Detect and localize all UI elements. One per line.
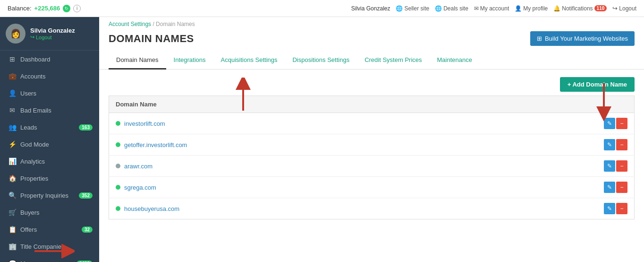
tab-domain-names[interactable]: Domain Names [109, 52, 166, 70]
logout-icon [612, 5, 618, 12]
edit-button[interactable]: ✎ [604, 182, 615, 193]
nav-menu: ⊞ Dashboard 💼 Accounts 👤 Users ✉ Bad Ema… [0, 51, 99, 262]
tab-integrations[interactable]: Integrations [166, 52, 213, 70]
nav-icon-bad-emails: ✉ [8, 106, 17, 114]
domain-link[interactable]: arawr.com [124, 163, 153, 170]
sidebar-item-properties[interactable]: 🏠 Properties [0, 170, 99, 187]
edit-button[interactable]: ✎ [604, 160, 615, 172]
notifications-link[interactable]: Notifications 110 [553, 5, 607, 12]
sidebar-item-accounts[interactable]: 💼 Accounts [0, 68, 99, 85]
top-nav: Silvia Gonzalez Seller site Deals site ✉… [351, 5, 636, 12]
domain-table: Domain Name investorlift.com ✎ − getoffe… [109, 96, 635, 219]
add-domain-button[interactable]: + Add Domain Name [560, 77, 635, 92]
tab-acquisitions-settings[interactable]: Acquisitions Settings [213, 52, 285, 70]
top-bar: Balance: +225,686 ↻ i Silvia Gonzalez Se… [0, 0, 644, 17]
sidebar-item-title-companies[interactable]: 🏢 Title Companies [0, 238, 99, 255]
sidebar-item-god-mode[interactable]: ⚡ God Mode [0, 136, 99, 153]
deals-site-link[interactable]: Deals site [435, 5, 468, 12]
tab-credit-system-prices[interactable]: Credit System Prices [357, 52, 429, 70]
sidebar-item-leads[interactable]: 👥 Leads 163 [0, 119, 99, 136]
domain-link[interactable]: housebuyerusa.com [124, 205, 179, 212]
domain-row-name: getoffer.investorlift.com [116, 141, 590, 148]
domain-row-name: arawr.com [116, 163, 590, 170]
sidebar-item-dashboard[interactable]: ⊞ Dashboard [0, 51, 99, 68]
nav-icon-analytics: 📊 [8, 157, 17, 165]
status-dot [116, 142, 120, 147]
breadcrumb-parent[interactable]: Account Settings [109, 21, 151, 27]
delete-button[interactable]: − [616, 182, 627, 193]
row-actions: ✎ − [603, 139, 628, 150]
sidebar-user-name: Silvia Gonzalez [30, 27, 75, 34]
domain-link[interactable]: investorlift.com [124, 120, 165, 127]
sidebar-item-messages[interactable]: 💬 Messages 3433 [0, 255, 99, 262]
sidebar-item-property-inquiries[interactable]: 🔍 Property Inquiries 352 [0, 187, 99, 204]
domain-row-name: sgrega.com [116, 184, 590, 191]
balance-info-icon[interactable]: i [73, 5, 81, 12]
nav-icon-users: 👤 [8, 89, 17, 97]
user-info: Silvia Gonzalez Logout [30, 27, 75, 40]
nav-icon-buyers: 🛒 [8, 209, 17, 216]
delete-button[interactable]: − [616, 139, 627, 150]
nav-label-analytics: Analytics [20, 158, 45, 165]
tab-dispositions-settings[interactable]: Dispositions Settings [285, 52, 357, 70]
row-actions: ✎ − [603, 118, 628, 129]
sidebar-item-offers[interactable]: 📋 Offers 32 [0, 221, 99, 238]
nav-label-dashboard: Dashboard [20, 56, 51, 63]
user-icon [515, 5, 522, 12]
nav-label-buyers: Buyers [20, 209, 39, 216]
nav-icon-leads: 👥 [8, 123, 17, 131]
table-row: housebuyerusa.com ✎ − [109, 198, 635, 219]
table-row: getoffer.investorlift.com ✎ − [109, 134, 635, 156]
notification-count-badge: 110 [594, 5, 607, 11]
edit-button[interactable]: ✎ [604, 139, 615, 150]
breadcrumb-current: Domain Names [156, 21, 195, 27]
nav-icon-offers: 📋 [8, 226, 17, 233]
envelope-icon: ✉ [474, 5, 479, 12]
logout-link[interactable]: Logout [612, 5, 636, 12]
logged-in-user: Silvia Gonzalez [351, 5, 390, 12]
nav-icon-accounts: 💼 [8, 72, 17, 80]
row-actions: ✎ − [603, 160, 628, 172]
table-row: arawr.com ✎ − [109, 156, 635, 177]
tabs: Domain NamesIntegrationsAcquisitions Set… [99, 52, 644, 70]
delete-button[interactable]: − [616, 118, 627, 129]
sidebar-item-bad-emails[interactable]: ✉ Bad Emails [0, 102, 99, 119]
edit-button[interactable]: ✎ [604, 118, 615, 129]
breadcrumb: Account Settings / Domain Names [99, 17, 644, 29]
nav-icon-property-inquiries: 🔍 [8, 192, 17, 199]
nav-icon-properties: 🏠 [8, 175, 17, 182]
row-actions: ✎ − [603, 182, 628, 193]
sidebar-item-buyers[interactable]: 🛒 Buyers [0, 204, 99, 221]
status-dot [116, 206, 120, 211]
seller-site-link[interactable]: Seller site [396, 5, 429, 12]
actions-column-header [597, 96, 635, 113]
nav-icon-title-companies: 🏢 [8, 243, 17, 250]
tab-maintenance[interactable]: Maintenance [430, 52, 480, 70]
sidebar-logout-link[interactable]: Logout [30, 34, 75, 40]
nav-label-accounts: Accounts [20, 73, 45, 80]
nav-icon-god-mode: ⚡ [8, 140, 17, 148]
my-account-link[interactable]: ✉My account [474, 5, 509, 12]
my-profile-link[interactable]: My profile [515, 5, 548, 12]
nav-icon-dashboard: ⊞ [8, 55, 17, 63]
edit-button[interactable]: ✎ [604, 203, 615, 214]
grid-icon: ⊞ [537, 35, 542, 42]
table-row: investorlift.com ✎ − [109, 113, 635, 134]
delete-button[interactable]: − [616, 203, 627, 214]
page-title: DOMAIN NAMES [109, 33, 194, 45]
nav-badge-leads: 163 [79, 124, 93, 131]
domain-link[interactable]: getoffer.investorlift.com [124, 141, 187, 148]
balance-refresh-icon[interactable]: ↻ [63, 5, 70, 12]
nav-label-bad-emails: Bad Emails [20, 107, 51, 114]
delete-button[interactable]: − [616, 160, 627, 172]
build-websites-button[interactable]: ⊞ Build Your Marketing Websites [530, 31, 635, 46]
sidebar-item-users[interactable]: 👤 Users [0, 85, 99, 102]
globe-icon [396, 5, 403, 12]
nav-label-leads: Leads [20, 124, 37, 131]
row-actions: ✎ − [603, 203, 628, 214]
table-area: + Add Domain Name Domain Name investorli… [99, 70, 644, 227]
domain-link[interactable]: sgrega.com [124, 184, 156, 191]
sidebar-item-analytics[interactable]: 📊 Analytics [0, 153, 99, 170]
add-domain-row: + Add Domain Name [109, 77, 635, 92]
balance-amount: +225,686 [34, 5, 60, 12]
